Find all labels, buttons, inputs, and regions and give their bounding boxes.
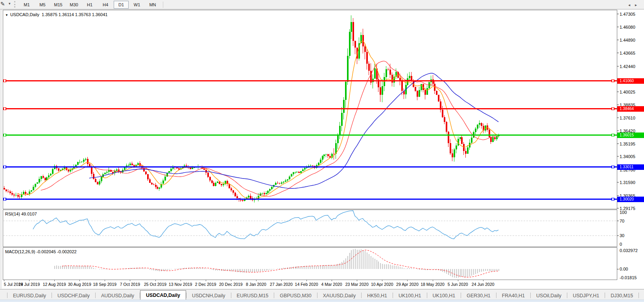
rsi-axis-label: 0 <box>620 242 622 247</box>
trading-terminal-window: ✎ ▾ M1M5M15M30H1H4D1W1MN ▼USDCAD,Daily 1… <box>0 0 644 302</box>
timeframe-button-m5[interactable]: M5 <box>35 1 50 9</box>
date-axis-label: 8 Jan 2020 <box>246 282 266 287</box>
price-line-tag: 1.41060 <box>617 78 644 84</box>
price-axis-tick-label: 1.43665 <box>620 51 635 55</box>
date-axis-label: 20 Dec 2019 <box>219 282 243 287</box>
timeframe-toolbar: ✎ ▾ M1M5M15M30H1H4D1W1MN <box>0 0 644 9</box>
symbol-tab-bar: EURUSD,DailyUSDCHF,DailyAUDUSD,DailyUSDC… <box>0 289 644 300</box>
macd-label: MACD(12,26,9) -0.002045 -0.002022 <box>5 249 77 254</box>
date-axis-label: 4 Mar 2020 <box>321 282 342 287</box>
timeframe-button-h1[interactable]: H1 <box>82 1 97 9</box>
symbol-tab-usdcad-daily[interactable]: USDCAD,Daily <box>140 290 186 300</box>
price-axis-tick-label: 1.44890 <box>620 38 635 42</box>
chevron-down-icon[interactable]: ▾ <box>9 2 11 6</box>
status-strip <box>0 300 644 302</box>
timeframe-button-h4[interactable]: H4 <box>98 1 113 9</box>
rsi-axis-label: 70 <box>620 219 624 223</box>
date-axis-label: 14 Feb 2020 <box>295 282 318 287</box>
tab-scroll-left-icon[interactable]: ◂ <box>628 3 635 7</box>
price-axis-tick-label: 1.46080 <box>620 25 635 29</box>
timeframe-button-mn[interactable]: MN <box>145 1 160 9</box>
drawing-tool-icon[interactable]: ✎ <box>0 1 5 7</box>
date-axis-label: 18 May 2020 <box>421 282 445 287</box>
timeframe-buttons: M1M5M15M30H1H4D1W1MN <box>19 0 164 9</box>
timeframe-button-d1[interactable]: D1 <box>114 1 129 9</box>
timeframe-button-w1[interactable]: W1 <box>129 1 144 9</box>
price-line-tag: 1.38464 <box>617 106 644 112</box>
symbol-tab-uk100-h1[interactable]: UK100,H1 <box>393 292 427 300</box>
date-axis-label: 10 Apr 2020 <box>371 282 393 287</box>
symbol-tab-audusd-daily[interactable]: AUDUSD,Daily <box>96 292 140 300</box>
timeframe-button-m1[interactable]: M1 <box>19 1 34 9</box>
price-axis-tick-label: 1.31590 <box>620 180 635 185</box>
macd-axis-label: -0.01815 <box>620 275 637 280</box>
date-axis-label: 13 Nov 2019 <box>169 282 192 287</box>
symbol-tab-uk100-h1[interactable]: UK100,H1 <box>427 292 461 300</box>
price-axis-tick-label: 1.47305 <box>620 12 635 17</box>
date-axis-label: 25 Oct 2019 <box>144 282 166 287</box>
date-axis-label: 23 Mar 2020 <box>345 282 369 287</box>
symbol-tab-gbpusd-m30[interactable]: GBPUSD,M30 <box>274 292 317 300</box>
price-axis-tick-label: 1.37610 <box>620 116 635 120</box>
date-axis-label: 7 Oct 2019 <box>120 282 140 287</box>
price-axis-tick-label: 1.40025 <box>620 90 635 94</box>
date-axis-label: 24 Jun 2020 <box>472 282 495 287</box>
price-line-tag: 1.33011 <box>617 164 644 170</box>
symbol-tab-dj30-m15[interactable]: DJ30,M15 <box>605 292 638 300</box>
date-axis-label: 29 Apr 2020 <box>396 282 419 287</box>
symbol-tab-hk50-h1[interactable]: HK50,H1 <box>362 292 393 300</box>
rsi-axis-label: 100 <box>620 210 627 215</box>
tab-scroll-arrows: ◂▸ <box>628 3 642 7</box>
symbol-tab-xauusd-daily[interactable]: XAUUSD,Daily <box>317 292 361 300</box>
macd-axis-label: 0.00 <box>620 267 628 271</box>
date-axis-label: 5 Jun 2020 <box>448 282 468 287</box>
chart-legend: ▼USDCAD,Daily 1.35875 1.36114 1.35763 1.… <box>5 12 107 17</box>
symbol-tab-ger30-h1[interactable]: GER30,H1 <box>461 292 496 300</box>
symbol-tab-usdcnh-daily[interactable]: USDCNH,Daily <box>186 292 231 300</box>
date-axis-label: 30 Aug 2019 <box>68 282 91 287</box>
toolbar-grip <box>14 1 17 7</box>
date-axis-label: 18 Sep 2019 <box>93 282 117 287</box>
symbol-tab-usdjpy-h1[interactable]: USDJPY,H1 <box>567 292 605 300</box>
chart-canvas[interactable] <box>3 10 617 280</box>
toolbar-separator <box>163 2 164 8</box>
price-axis-tick-label: 1.35195 <box>620 142 635 146</box>
symbol-tab-usoil-daily[interactable]: USOil,Daily <box>531 292 567 300</box>
price-line-tag: 1.30020 <box>617 197 644 202</box>
date-axis-label: 2 Dec 2019 <box>195 282 216 287</box>
symbol-tab-fra40-h1[interactable]: FRA40,H1 <box>496 292 530 300</box>
legend-symbol: USDCAD,Daily <box>10 12 39 17</box>
symbol-tab-eurusd-m15[interactable]: EURUSD,M15 <box>231 292 274 300</box>
rsi-label: RSI(14) 49.0107 <box>5 212 37 216</box>
price-axis-tick-label: 1.42440 <box>620 64 635 69</box>
collapse-triangle-icon[interactable]: ▼ <box>5 13 8 17</box>
date-axis-label: 27 Jan 2020 <box>270 282 293 287</box>
symbol-tab-usdchf-daily[interactable]: USDCHF,Daily <box>52 292 95 300</box>
timeframe-button-m15[interactable]: M15 <box>51 1 66 9</box>
price-line-tag: 1.36015 <box>617 133 644 138</box>
tab-separator <box>638 293 639 298</box>
legend-ohlc: 1.35875 1.36114 1.35763 1.36041 <box>42 12 107 17</box>
date-axis-label: 24 Jul 2019 <box>18 282 40 287</box>
rsi-axis-label: 30 <box>620 233 624 238</box>
date-axis-label: 12 Aug 2019 <box>43 282 66 287</box>
macd-axis-label: 0.032972 <box>620 248 638 253</box>
symbol-tab-eurusd-daily[interactable]: EURUSD,Daily <box>7 292 52 300</box>
price-axis-tick-label: 1.34005 <box>620 154 635 159</box>
timeframe-button-m30[interactable]: M30 <box>66 1 81 9</box>
tab-scroll-right-icon[interactable]: ▸ <box>635 3 642 7</box>
